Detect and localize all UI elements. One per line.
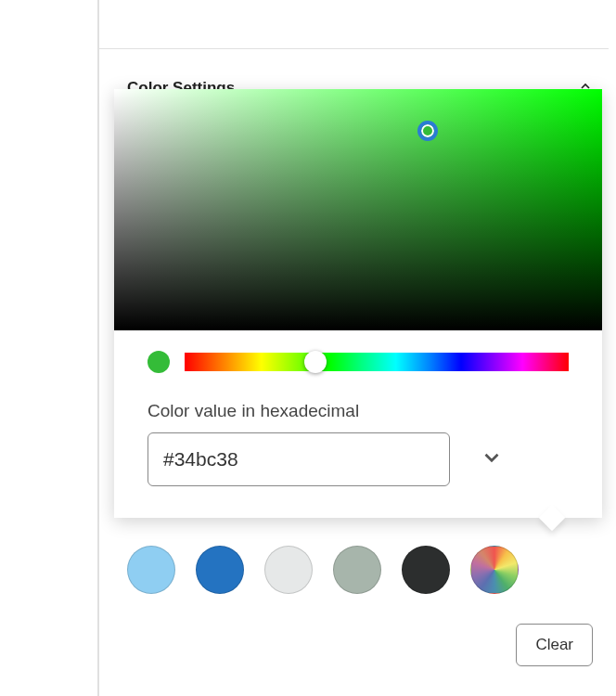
- swatch-sage[interactable]: [333, 546, 381, 594]
- hue-slider[interactable]: [185, 353, 569, 371]
- hex-input[interactable]: [148, 432, 450, 486]
- hex-row: [148, 432, 569, 486]
- clear-button[interactable]: Clear: [516, 624, 593, 666]
- top-divider: [99, 48, 609, 49]
- swatch-blue[interactable]: [196, 546, 244, 594]
- hue-handle[interactable]: [304, 351, 327, 373]
- hex-block: Color value in hexadecimal: [114, 373, 602, 518]
- hex-label: Color value in hexadecimal: [148, 401, 569, 421]
- settings-panel: Color Settings Color value in hexadecima…: [99, 0, 616, 696]
- format-dropdown-button[interactable]: [472, 438, 511, 481]
- color-picker-popover: Color value in hexadecimal: [114, 89, 602, 518]
- current-color-swatch: [148, 351, 170, 373]
- hue-row: [114, 330, 602, 373]
- swatches-row: [127, 546, 593, 594]
- saturation-area[interactable]: [114, 89, 602, 330]
- swatch-light-gray[interactable]: [264, 546, 313, 594]
- saturation-handle[interactable]: [417, 121, 438, 141]
- swatch-dark-gray[interactable]: [402, 546, 450, 594]
- swatch-light-blue[interactable]: [127, 546, 175, 594]
- clear-row: Clear: [516, 624, 593, 666]
- swatch-custom[interactable]: [470, 546, 519, 594]
